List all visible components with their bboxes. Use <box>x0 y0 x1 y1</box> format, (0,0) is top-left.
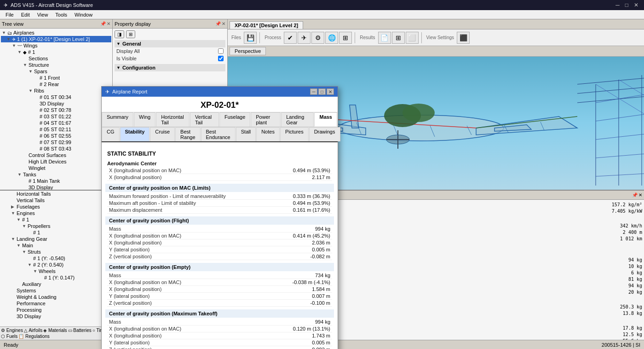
report-row-max-forward: Maximum forward position - Limit of mane… <box>107 193 332 200</box>
report-row-ac-mac: X (longitudinal position on MAC) 0.494 m… <box>107 167 332 174</box>
report-row-empty-x-mac: X (longitudinal position on MAC) -0.038 … <box>107 279 332 286</box>
report-row-empty-y: Y (lateral position) 0.007 m <box>107 293 332 300</box>
report-row-flight-y: Y (lateral position) 0.005 m <box>107 246 332 253</box>
tab2-stability[interactable]: Stability <box>120 127 150 141</box>
modal-airplane-name: XP-02-01* <box>102 97 338 112</box>
tab2-cruise[interactable]: Cruise <box>150 127 175 141</box>
modal-maximize-btn[interactable]: □ <box>318 88 326 95</box>
modal-airplane-icon: ✈ <box>105 89 109 95</box>
modal-content: STATIC STABILITY Aerodynamic Center X (l… <box>102 142 338 349</box>
tab2-best-endurance[interactable]: Best Endurance <box>201 127 236 141</box>
tab-power-plant[interactable]: Power plant <box>251 112 281 127</box>
modal-controls[interactable]: ─ □ ✕ <box>310 88 334 95</box>
modal-close-btn[interactable]: ✕ <box>327 88 334 95</box>
modal-tabs-row2: CG Stability Cruise Best Range Best Endu… <box>102 127 338 142</box>
tab-mass[interactable]: Mass <box>314 112 337 127</box>
tab2-pictures[interactable]: Pictures <box>280 127 309 141</box>
report-row-flight-x: X (longitudinal position) 2.036 m <box>107 239 332 246</box>
menu-tools[interactable]: Tools <box>52 11 71 18</box>
modal-tabs-row1: Summary Wing Horizontal Tail Vertical Ta… <box>102 112 338 127</box>
modal-title-left: ✈ Airplane Report <box>105 89 147 95</box>
report-cg-flight-section: Center of gravity position (Flight) <box>105 216 334 225</box>
report-aero-center-subsection: Aerodynamic Center <box>107 161 332 166</box>
title-bar: ✈ ADS V415 - Aircraft Design Software ─ … <box>0 0 644 10</box>
tab-wing[interactable]: Wing <box>134 112 155 127</box>
tab-vertical-tail[interactable]: Vertical Tail <box>190 112 219 127</box>
report-row-mtow-mass: Mass 994 kg <box>107 319 332 326</box>
report-row-max-aft: Maximum aft position - Limit of stabilit… <box>107 200 332 207</box>
report-row-ac-long: X (longitudinal position) 2.117 m <box>107 174 332 181</box>
report-row-flight-z: Z (vertical position) -0.082 m <box>107 253 332 260</box>
report-row-empty-z: Z (vertical position) -0.100 m <box>107 300 332 307</box>
report-row-mtow-x-mac: X (longitudinal position on MAC) 0.120 m… <box>107 326 332 332</box>
menu-view[interactable]: View <box>34 11 52 18</box>
tab2-notes[interactable]: Notes <box>256 127 280 141</box>
modal-title-text: Airplane Report <box>112 89 147 94</box>
report-row-mtow-z: Z (vertical position) -0.082 m <box>107 346 332 349</box>
report-row-empty-mass: Mass 734 kg <box>107 272 332 279</box>
report-row-mtow-x: X (longitudinal position) 1.743 m <box>107 332 332 339</box>
tab2-stall[interactable]: Stall <box>236 127 256 141</box>
app-icon: ✈ <box>4 2 8 8</box>
app-title: ADS V415 - Aircraft Design Software <box>11 2 93 8</box>
tab-fuselage[interactable]: Fuselage <box>219 112 250 127</box>
modal-overlay: ✈ Airplane Report ─ □ ✕ XP-02-01* Summar… <box>0 19 644 349</box>
maximize-button[interactable]: □ <box>623 2 630 8</box>
menu-file[interactable]: File <box>2 11 17 18</box>
menu-window[interactable]: Window <box>71 11 96 18</box>
minimize-button[interactable]: ─ <box>614 2 621 8</box>
close-button[interactable]: ✕ <box>632 2 640 8</box>
airplane-report-modal: ✈ Airplane Report ─ □ ✕ XP-02-01* Summar… <box>101 86 338 349</box>
tab-horizontal-tail[interactable]: Horizontal Tail <box>156 112 190 127</box>
tab2-best-range[interactable]: Best Range <box>175 127 200 141</box>
report-row-max-disp: Maximum displacement 0.161 m (17.6%) <box>107 207 332 214</box>
report-cg-empty-section: Center of gravity position (Empty) <box>105 263 334 271</box>
modal-titlebar: ✈ Airplane Report ─ □ ✕ <box>102 87 338 97</box>
report-static-stability-header: STATIC STABILITY <box>107 151 332 157</box>
title-bar-left: ✈ ADS V415 - Aircraft Design Software <box>4 2 93 8</box>
menu-bar: File Edit View Tools Window <box>0 10 644 19</box>
menu-edit[interactable]: Edit <box>17 11 34 18</box>
report-row-flight-mass: Mass 994 kg <box>107 226 332 233</box>
report-row-empty-x: X (longitudinal position) 1.584 m <box>107 286 332 293</box>
report-row-mtow-y: Y (lateral position) 0.005 m <box>107 339 332 346</box>
tab2-drawings[interactable]: Drawings <box>309 127 340 141</box>
report-cg-mtow-section: Center of gravity position (Maximum Take… <box>105 309 334 318</box>
modal-minimize-btn[interactable]: ─ <box>310 88 317 95</box>
tab-landing-gear[interactable]: Landing Gear <box>281 112 314 127</box>
report-cg-limits-section: Center of gravity position on MAC (Limit… <box>105 184 334 192</box>
title-bar-controls[interactable]: ─ □ ✕ <box>614 2 640 8</box>
report-row-flight-x-mac: X (longitudinal position on MAC) 0.414 m… <box>107 233 332 239</box>
tab-summary[interactable]: Summary <box>102 112 133 127</box>
tab2-cg[interactable]: CG <box>102 127 120 141</box>
